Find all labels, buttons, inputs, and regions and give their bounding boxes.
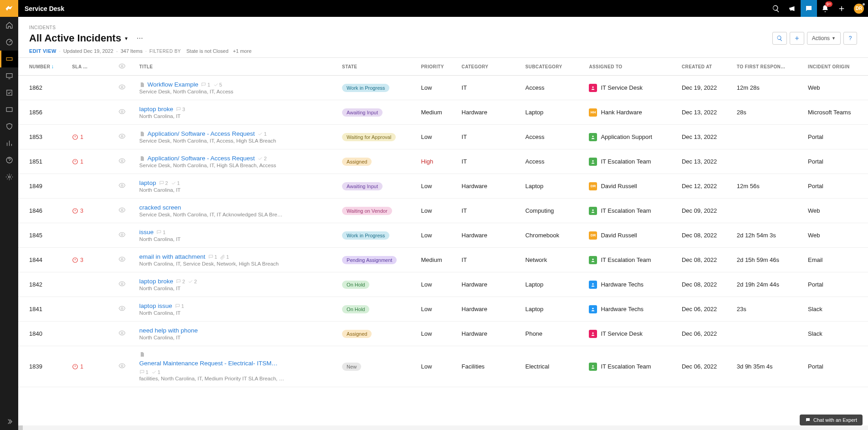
table-row[interactable]: 1853 1 Application/ Software - Access Re… — [18, 125, 868, 149]
table-row[interactable]: 1851 1 Application/ Software - Access Re… — [18, 149, 868, 174]
catalog-icon — [139, 131, 145, 137]
incident-link[interactable]: Workflow Example — [148, 81, 199, 88]
assignee-avatar — [589, 305, 597, 313]
chat-widget[interactable]: Chat with an Expert — [800, 415, 863, 425]
cell-watch[interactable] — [115, 149, 136, 174]
cell-watch[interactable] — [115, 125, 136, 149]
cell-subcategory: Access — [521, 76, 585, 100]
cell-watch[interactable] — [115, 248, 136, 272]
incident-link[interactable]: cracked screen — [139, 204, 181, 211]
cell-firstresp: 23s — [733, 297, 804, 322]
edit-view-link[interactable]: EDIT VIEW — [29, 48, 56, 54]
check-icon — [188, 279, 193, 284]
cell-watch[interactable] — [115, 322, 136, 346]
svg-point-23 — [592, 258, 594, 260]
cell-number: 1844 — [18, 248, 68, 272]
incident-link[interactable]: laptop broke — [139, 106, 173, 113]
col-firstresp[interactable]: TO FIRST RESPON… — [733, 58, 804, 76]
incident-link[interactable]: need help with phone — [139, 327, 198, 334]
table-row[interactable]: 1862 Workflow Example15 Service Desk, No… — [18, 76, 868, 100]
announce-button[interactable] — [784, 0, 801, 17]
incident-link[interactable]: Application/ Software - Access Request — [148, 130, 255, 137]
nav-tickets[interactable] — [0, 51, 18, 67]
col-origin[interactable]: INCIDENT ORIGIN — [804, 58, 868, 76]
col-watch[interactable] — [115, 58, 136, 76]
filter-more[interactable]: +1 more — [233, 48, 252, 54]
header-search-button[interactable] — [772, 32, 787, 45]
col-category[interactable]: CATEGORY — [458, 58, 522, 76]
cell-firstresp: 28s — [733, 100, 804, 125]
chat-button[interactable] — [801, 0, 817, 17]
add-button[interactable] — [833, 0, 850, 17]
cell-watch[interactable] — [115, 76, 136, 100]
notifications-button[interactable]: 9+ — [817, 0, 833, 17]
page-title[interactable]: All Active Incidents ▼ — [29, 32, 128, 44]
nav-settings[interactable] — [0, 169, 18, 185]
incident-link[interactable]: email in with attachment — [139, 253, 205, 260]
svg-point-22 — [121, 258, 123, 260]
cell-priority: Low — [418, 346, 458, 387]
table-row[interactable]: 1842 laptop broke22 North Carolina, IT O… — [18, 272, 868, 297]
check-icon — [151, 369, 157, 375]
col-sla[interactable]: SLA … — [68, 58, 115, 76]
cell-watch[interactable] — [115, 346, 136, 387]
cell-number: 1846 — [18, 199, 68, 223]
col-assigned[interactable]: ASSIGNED TO — [585, 58, 678, 76]
eye-icon — [118, 256, 126, 263]
cell-firstresp: 12m 56s — [733, 174, 804, 199]
svg-point-25 — [592, 283, 594, 284]
header-add-button[interactable] — [790, 32, 804, 45]
cell-watch[interactable] — [115, 199, 136, 223]
incident-link[interactable]: laptop broke — [139, 278, 173, 285]
incident-link[interactable]: General Maintenance Request - Electrical… — [139, 360, 278, 367]
svg-point-5 — [8, 176, 10, 178]
incident-link[interactable]: laptop issue — [139, 302, 172, 309]
catalog-icon — [139, 82, 145, 87]
header-help-button[interactable]: ? — [843, 32, 857, 45]
col-priority[interactable]: PRIORITY — [418, 58, 458, 76]
table-row[interactable]: 1846 3 cracked screen Service Desk, Nort… — [18, 199, 868, 223]
cell-watch[interactable] — [115, 100, 136, 125]
cell-watch[interactable] — [115, 174, 136, 199]
logo[interactable] — [0, 0, 18, 17]
table-row[interactable]: 1839 1 General Maintenance Request - Ele… — [18, 346, 868, 387]
state-pill: New — [342, 363, 361, 371]
col-title[interactable]: TITLE — [136, 58, 338, 76]
nav-tasks[interactable] — [0, 84, 18, 101]
horizontal-scrollbar[interactable] — [18, 425, 868, 430]
col-state[interactable]: STATE — [338, 58, 417, 76]
cell-sla: 1 — [68, 125, 115, 149]
table-row[interactable]: 1840 need help with phone North Carolina… — [18, 322, 868, 346]
table-row[interactable]: 1845 issue1 North Carolina, IT Work in P… — [18, 223, 868, 248]
nav-reports[interactable] — [0, 135, 18, 152]
incident-link[interactable]: issue — [139, 229, 154, 235]
cell-priority: Low — [418, 272, 458, 297]
assignee-name: IT Escalation Team — [601, 363, 651, 370]
nav-knowledge[interactable] — [0, 101, 18, 118]
actions-dropdown[interactable]: Actions ▼ — [807, 32, 841, 45]
cell-watch[interactable] — [115, 297, 136, 322]
table-row[interactable]: 1841 laptop issue1 North Carolina, IT On… — [18, 297, 868, 322]
col-created[interactable]: CREATED AT — [678, 58, 733, 76]
col-number[interactable]: NUMBER↓ — [18, 58, 68, 76]
nav-expand[interactable] — [0, 413, 18, 430]
table-row[interactable]: 1856 laptop broke3 North Carolina, IT Aw… — [18, 100, 868, 125]
eye-icon — [118, 133, 126, 140]
cell-watch[interactable] — [115, 223, 136, 248]
nav-assets[interactable] — [0, 67, 18, 84]
cell-watch[interactable] — [115, 272, 136, 297]
col-subcategory[interactable]: SUBCATEGORY — [521, 58, 585, 76]
more-menu[interactable]: ⋯ — [137, 35, 143, 42]
search-button[interactable] — [768, 0, 784, 17]
assignee-avatar: HH — [589, 108, 597, 117]
nav-security[interactable] — [0, 118, 18, 135]
incident-link[interactable]: laptop — [139, 179, 156, 186]
nav-home[interactable] — [0, 17, 18, 34]
nav-help[interactable] — [0, 152, 18, 169]
nav-dashboard[interactable] — [0, 34, 18, 51]
table-row[interactable]: 1849 laptop21 North Carolina, IT Awaitin… — [18, 174, 868, 199]
incident-link[interactable]: Application/ Software - Access Request — [148, 155, 255, 162]
profile-button[interactable]: DR — [850, 0, 868, 17]
table-row[interactable]: 1844 3 email in with attachment11 North … — [18, 248, 868, 272]
cell-state: Work in Progress — [338, 76, 417, 100]
